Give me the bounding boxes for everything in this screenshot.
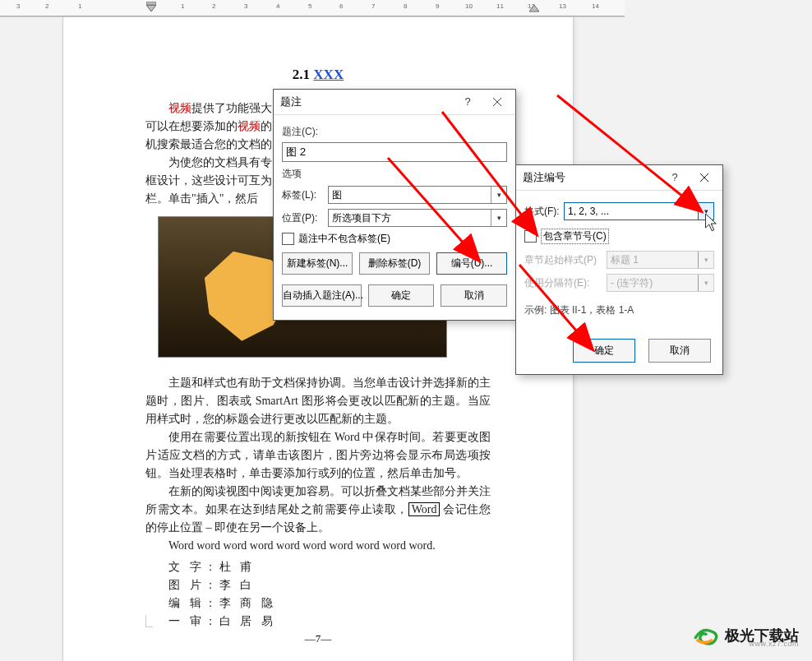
svg-text:13: 13 [559, 2, 566, 10]
caption-label: 题注(C): [282, 125, 507, 139]
caption-dialog: 题注 ? 题注(C): 选项 标签(L): 图▾ 位置(P): 所选项目下方▾ … [273, 89, 516, 321]
close-icon [493, 98, 501, 106]
svg-text:6: 6 [339, 2, 344, 10]
help-button[interactable]: ? [660, 165, 690, 190]
label-select[interactable]: 图▾ [328, 186, 507, 204]
dialog-titlebar[interactable]: 题注编号 ? [516, 165, 722, 191]
ok-button[interactable]: 确定 [368, 284, 435, 307]
exclude-label-checkbox[interactable]: 题注中不包含标签(E) [282, 232, 507, 246]
format-select[interactable]: 1, 2, 3, ...▾ [564, 202, 714, 220]
chevron-down-icon: ▾ [698, 203, 713, 220]
ok-button[interactable]: 确定 [573, 339, 635, 363]
format-label: 格式(F): [524, 205, 564, 219]
doc-body-2: 主题和样式也有助于文档保持协调。当您单击设计并选择新的主题时，图片、图表或 Sm… [145, 374, 491, 555]
dialog-title-text: 题注 [280, 95, 302, 108]
chevron-down-icon: ▾ [698, 252, 713, 268]
svg-text:5: 5 [308, 2, 312, 10]
label-field-label: 标签(L): [282, 188, 328, 202]
page-number: —7— [63, 632, 573, 645]
doc-heading: 2.1 XXX [145, 67, 491, 83]
svg-text:1: 1 [78, 2, 82, 10]
svg-text:8: 8 [404, 2, 408, 10]
chevron-down-icon: ▾ [698, 275, 713, 291]
logo-icon [692, 625, 720, 646]
new-label-button[interactable]: 新建标签(N)... [282, 252, 353, 275]
delete-label-button[interactable]: 删除标签(D) [359, 252, 430, 275]
separator-select: - (连字符)▾ [607, 274, 714, 292]
cancel-button[interactable]: 取消 [648, 339, 711, 363]
svg-text:3: 3 [244, 2, 248, 10]
auto-insert-caption-button[interactable]: 自动插入题注(A)... [282, 284, 362, 307]
svg-text:2: 2 [212, 2, 216, 10]
branding-watermark: 极光下载站 www.xz7.com [692, 625, 799, 646]
svg-text:3: 3 [16, 2, 21, 10]
caption-numbering-dialog: 题注编号 ? 格式(F): 1, 2, 3, ...▾ 包含章节号(C) 章节起… [515, 164, 723, 375]
close-icon [700, 173, 708, 182]
svg-text:2: 2 [45, 2, 49, 10]
dialog-titlebar[interactable]: 题注 ? [274, 90, 515, 115]
chevron-down-icon: ▾ [491, 187, 506, 203]
numbering-button[interactable]: 编号(U)... [436, 252, 507, 275]
svg-text:9: 9 [436, 2, 440, 10]
close-button[interactable] [482, 90, 512, 114]
help-button[interactable]: ? [453, 90, 482, 114]
chapter-style-select: 标题 1▾ [607, 251, 714, 269]
position-select[interactable]: 所选项目下方▾ [328, 209, 507, 227]
cancel-button[interactable]: 取消 [441, 284, 507, 307]
chevron-down-icon: ▾ [491, 210, 506, 226]
svg-text:1: 1 [181, 2, 185, 10]
position-field-label: 位置(P): [282, 211, 328, 225]
page-break-marker [145, 615, 153, 627]
svg-marker-20 [529, 5, 539, 12]
branding-url: www.xz7.com [749, 640, 799, 648]
ruler: 321 123 456 789 101112 1314 [0, 0, 625, 17]
svg-text:7: 7 [371, 2, 376, 10]
svg-text:14: 14 [592, 2, 599, 10]
heading-link[interactable]: XXX [313, 67, 344, 82]
chapter-style-label: 章节起始样式(P) [524, 253, 607, 267]
include-chapter-checkbox[interactable]: 包含章节号(C) [524, 229, 714, 244]
caption-input[interactable] [282, 142, 507, 162]
close-button[interactable] [690, 165, 719, 190]
dialog-title-text: 题注编号 [523, 171, 565, 183]
separator-label: 使用分隔符(E): [524, 276, 607, 290]
svg-text:11: 11 [496, 2, 504, 10]
svg-text:10: 10 [465, 2, 473, 10]
svg-marker-18 [146, 5, 156, 12]
include-chapter-text: 包含章节号(C) [541, 229, 609, 244]
svg-rect-19 [146, 2, 156, 5]
example-text: 示例: 图表 II-1，表格 1-A [524, 303, 714, 317]
svg-text:4: 4 [276, 2, 280, 10]
options-label: 选项 [282, 167, 507, 181]
exclude-label-text: 题注中不包含标签(E) [298, 232, 390, 246]
author-block: 文 字：杜 甫 图 片：李 白 编 辑：李 商 隐 一 审：白 居 易 [145, 558, 491, 631]
